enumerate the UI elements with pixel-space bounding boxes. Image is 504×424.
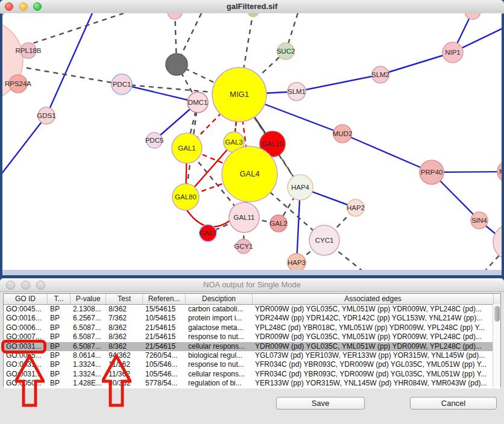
node-label-PDC1: PDC1 xyxy=(113,81,131,88)
table-cell: BP xyxy=(48,370,71,379)
node-label-GCY1: GCY1 xyxy=(234,243,253,250)
canvas-bottom-strip xyxy=(2,270,502,275)
table-cell: GO:0031... xyxy=(4,342,48,351)
network-window-title: galFiltered.sif xyxy=(0,2,504,11)
table-cell: 1.3324... xyxy=(71,370,106,379)
network-canvas[interactable]: RPL18BRPS24AGDS1PDC1DMC1MIG1SUC2SLM1SLM2… xyxy=(2,13,502,270)
table-cell: 7260/54... xyxy=(143,351,186,360)
table-row[interactable]: GO:0016...BP6.2567...7/36210/54615protei… xyxy=(4,314,500,323)
node-label-HAP3: HAP3 xyxy=(288,259,306,266)
table-cell: YER133W (pp) YOR315W, YNL145W (pd) YHR08… xyxy=(253,379,494,388)
table-cell: 10/54615 xyxy=(143,314,186,323)
table-cell: 21/54615 xyxy=(143,323,186,332)
table-scrollbar[interactable] xyxy=(493,304,500,387)
table-cell: 94/362 xyxy=(106,351,143,360)
node-label-RPL18B: RPL18B xyxy=(16,47,42,54)
node-label-SUC2: SUC2 xyxy=(277,48,295,55)
table-row[interactable]: GO:0031...BP1.3324...11/362105/546...res… xyxy=(4,360,500,369)
table-row[interactable]: GO:0045...BP2.1308...8/36215/54615carbon… xyxy=(4,305,500,314)
node-pinktr[interactable] xyxy=(465,13,480,19)
table-cell: BP xyxy=(48,332,71,341)
table-cell: biological regul... xyxy=(186,351,253,360)
node-label-GAL2: GAL2 xyxy=(269,220,287,227)
table-row[interactable]: GO:0031...BP6.5087...8/36221/54615cellul… xyxy=(4,342,500,351)
table-cell: YFR034C (pd) YBR093C, YDR009W (pd) YGL03… xyxy=(253,370,494,379)
table-cell: regulation of bi... xyxy=(186,379,253,388)
network-edge xyxy=(46,13,92,116)
node-label-GAL3: GAL3 xyxy=(225,139,242,146)
table-cell: BP xyxy=(48,314,71,323)
table-cell: 8/362 xyxy=(106,323,143,332)
node-label-HAP2: HAP2 xyxy=(347,204,365,211)
noa-results-table: GO IDT...P-valueTestReferen...Desciption… xyxy=(3,293,501,387)
node-label-GAL7: GAL7 xyxy=(199,229,216,237)
node-pinktop[interactable] xyxy=(168,13,182,19)
table-cell: 6.5087... xyxy=(71,342,106,351)
node-darknode[interactable] xyxy=(166,54,187,75)
table-cell: 80/362 xyxy=(106,379,143,388)
table-row[interactable]: GO:0007...BP6.5087...8/36221/54615respon… xyxy=(4,332,500,341)
network-edge xyxy=(297,75,380,92)
network-window-titlebar: galFiltered.sif xyxy=(0,0,504,14)
column-header-test[interactable]: Test xyxy=(106,294,143,304)
table-row[interactable]: GO:0031...BP1.3324...11/362105/546...cel… xyxy=(4,370,500,379)
node-label-SLM1: SLM1 xyxy=(288,88,306,95)
table-cell: 8/362 xyxy=(106,332,143,341)
noa-output-window: NOA output for Single Mode GO IDT...P-va… xyxy=(0,278,504,424)
column-header-associated-edges[interactable]: Associated edges xyxy=(253,294,494,304)
node-label-SLM2: SLM2 xyxy=(371,71,389,78)
table-body: GO:0045...BP2.1308...8/36215/54615carbon… xyxy=(4,305,500,388)
node-label-RPS24A: RPS24A xyxy=(5,80,31,87)
table-cell: 2.1308... xyxy=(71,305,106,314)
table-cell: 8/362 xyxy=(106,305,143,314)
node-bigright[interactable] xyxy=(493,224,502,260)
table-cell: cellular respons... xyxy=(186,370,253,379)
table-cell: BP xyxy=(48,351,71,360)
node-label-NIP1: NIP1 xyxy=(445,49,461,56)
table-cell: 11/362 xyxy=(106,370,143,379)
node-label-MSL1: MSL1 xyxy=(499,168,502,175)
node-label-HAP4: HAP4 xyxy=(291,184,310,191)
table-cell: 8/362 xyxy=(106,342,143,351)
table-cell: GO:0065... xyxy=(4,351,48,360)
table-row[interactable]: GO:0050...BP1.428E...80/3625778/54...reg… xyxy=(4,379,500,388)
network-edge xyxy=(2,116,46,176)
table-cell: 6.5087... xyxy=(71,323,106,332)
node-corner[interactable] xyxy=(2,13,5,17)
table-cell: BP xyxy=(48,323,71,332)
node-label-DMC1: DMC1 xyxy=(188,99,208,106)
table-cell: 6.5087... xyxy=(71,332,106,341)
table-cell: protein import i... xyxy=(186,314,253,323)
column-header-referen-[interactable]: Referen... xyxy=(143,294,186,304)
table-cell: YDR009W (pd) YGL035C, YML051W (pp) YDR00… xyxy=(253,342,494,351)
table-cell: YDR244W (pp) YDR142C, YDR142C (pp) YGL15… xyxy=(253,314,494,323)
table-row[interactable]: GO:0006...BP6.5087...8/36221/54615galact… xyxy=(4,323,500,332)
table-cell: YDR009W (pd) YGL035C, YML051W (pp) YDR00… xyxy=(253,305,494,314)
save-button[interactable]: Save xyxy=(276,397,365,410)
table-cell: 21/54615 xyxy=(143,332,186,341)
column-header-p-value[interactable]: P-value xyxy=(71,294,106,304)
node-label-MIG1: MIG1 xyxy=(230,90,249,99)
node-label-PDC5: PDC5 xyxy=(145,137,164,144)
cancel-button[interactable]: Cancel xyxy=(410,397,497,410)
table-cell: GO:0031... xyxy=(4,360,48,369)
node-label-GAL4: GAL4 xyxy=(239,169,259,178)
table-cell: response to nut... xyxy=(186,332,253,341)
table-cell: YGL073W (pd) YER103W, YER133W (pp) YOR31… xyxy=(253,351,494,360)
column-header-go-id[interactable]: GO ID xyxy=(4,294,48,304)
node-greentop[interactable] xyxy=(248,13,259,17)
column-header-desciption[interactable]: Desciption xyxy=(186,294,253,304)
table-cell: 21/54615 xyxy=(143,342,186,351)
table-cell: GO:0050... xyxy=(4,379,48,388)
table-row[interactable]: GO:0065...BP8.0614...94/3627260/54...bio… xyxy=(4,351,500,360)
scrollbar-thumb[interactable] xyxy=(494,306,500,322)
table-cell: YPL248C (pd) YBR018C, YML051W (pp) YDR00… xyxy=(253,323,494,332)
column-header-t-[interactable]: T... xyxy=(48,294,71,304)
table-cell: YDR009W (pd) YGL035C, YML051W (pp) YDR00… xyxy=(253,332,494,341)
table-cell: GO:0007... xyxy=(4,332,48,341)
table-cell: 5778/54... xyxy=(143,379,186,388)
table-cell: BP xyxy=(48,305,71,314)
table-cell: cellular respons... xyxy=(186,342,253,351)
table-cell: GO:0016... xyxy=(4,314,48,323)
table-cell: 105/546... xyxy=(143,360,186,369)
